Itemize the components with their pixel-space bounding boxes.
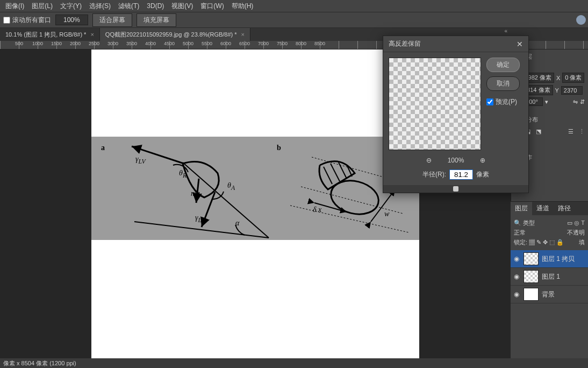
dialog-title: 高反差保留 [389,39,421,48]
fill-screen-button[interactable]: 填充屏幕 [137,13,176,27]
radius-slider[interactable] [383,185,528,193]
document-tab-2[interactable]: QQ截图20221015092959.jpg @ 23.8%(RGB/8#) *… [100,28,250,41]
align-right-icon[interactable]: ⬔ [536,128,541,135]
lock-label: 锁定: [514,239,527,245]
svg-line-9 [324,167,332,184]
ruler-mark: 4000 [145,41,156,46]
visibility-toggle-icon[interactable]: ◉ [514,291,520,298]
layer-filter-type[interactable]: 类型 [523,220,535,226]
ruler-mark: 5500 [202,41,212,46]
ruler-mark: 6000 [220,41,231,46]
zoom-out-icon[interactable]: ⊖ [426,157,432,164]
ok-button[interactable]: 确定 [486,58,520,72]
tab-2-label: QQ截图20221015092959.jpg @ 23.8%(RGB/8#) * [105,31,237,39]
zoom-value[interactable]: 100% [55,15,88,25]
x-field[interactable]: 0 像素 [562,73,584,83]
ruler-mark: 8000 [296,41,306,46]
dialog-close-icon[interactable]: ✕ [517,40,523,48]
svg-line-1 [183,162,269,238]
tab-1-label: 10.1% (图层 1 拷贝, RGB/8#) * [5,31,86,39]
svg-line-5 [290,206,408,232]
ruler-mark: 5000 [183,41,193,46]
blend-mode-select[interactable]: 正常 [514,229,526,237]
document-canvas: a γLV θR θA mg γLV α b [91,49,419,362]
user-avatar-icon[interactable] [576,15,586,25]
label-dx: δ x [313,206,321,214]
menu-layer[interactable]: 图层(L) [28,1,56,12]
tab-1-close-icon[interactable]: × [90,31,94,38]
layer-item-1[interactable]: ◉ 图层 1 拷贝 [511,250,588,268]
ruler-mark: 1500 [51,41,62,46]
radius-unit: 像素 [476,170,489,179]
menu-bar: 图像(I) 图层(L) 文字(Y) 选择(S) 滤镜(T) 3D(D) 视图(V… [0,0,588,12]
channels-tab[interactable]: 通道 [532,202,554,215]
menu-select[interactable]: 选择(S) [86,1,114,12]
tab-2-close-icon[interactable]: × [241,31,245,38]
svg-line-14 [371,189,395,222]
ruler-mark: 2500 [89,41,99,46]
opacity-label: 不透明 [567,229,585,237]
lock-icons[interactable]: ▦ ✎ ✥ ⬚ 🔒 [529,239,564,245]
menu-view[interactable]: 视图(V) [168,1,196,12]
svg-line-10 [331,164,340,181]
layer-item-3[interactable]: ◉ 背景 [511,286,588,303]
cancel-button[interactable]: 取消 [486,76,520,91]
scroll-all-input[interactable] [3,17,10,24]
dialog-preview[interactable] [389,58,481,150]
ruler-mark: 7500 [277,41,288,46]
dialog-zoom-value: 100% [448,157,464,164]
filter-icons[interactable]: ▭ ◎ T [567,220,585,227]
menu-image[interactable]: 图像(I) [2,1,27,12]
radius-input[interactable] [449,169,473,180]
scroll-all-checkbox[interactable]: 滚动所有窗口 [3,16,51,25]
scroll-all-label: 滚动所有窗口 [12,16,51,25]
label-glv1: γLV [135,155,146,165]
ruler-mark: 8500 [314,41,325,46]
layer-name: 图层 1 拷贝 [542,254,575,264]
layers-tab[interactable]: 图层 [511,202,532,215]
y-field[interactable]: 2370 [561,86,583,95]
svg-point-8 [327,176,382,219]
menu-3d[interactable]: 3D(D) [144,1,167,11]
ruler-mark: 4500 [164,41,175,46]
distribute-v-icon[interactable]: ⋮ [579,128,585,135]
label-mg: mg [191,189,200,198]
menu-filter[interactable]: 滤镜(T) [115,1,142,12]
menu-text[interactable]: 文字(Y) [57,1,85,12]
diagram-label-b: b [277,144,281,152]
layer-thumbnail[interactable] [524,252,539,265]
preview-checkbox-input[interactable] [486,98,493,105]
layer-thumbnail[interactable] [524,270,539,283]
flip-h-icon[interactable]: ⇋ [573,98,578,105]
dropdown-icon[interactable]: ▾ [545,98,548,105]
ruler-mark: 6500 [239,41,250,46]
ruler-mark: 1000 [32,41,43,46]
menu-window[interactable]: 窗口(W) [197,1,227,12]
visibility-toggle-icon[interactable]: ◉ [514,273,520,280]
ruler-mark: 2000 [70,41,81,46]
preview-checkbox[interactable]: 预览(P) [486,97,520,107]
radius-slider-thumb[interactable] [453,186,458,192]
layer-name: 图层 1 [542,272,560,281]
diagram-label-a: a [101,144,105,152]
panel-collapse-icon[interactable]: « [504,28,507,34]
fit-screen-button[interactable]: 适合屏幕 [92,13,132,27]
ruler-mark: 500 [15,41,23,46]
label-thetaR: θR [179,169,187,179]
layers-panel: 图层 通道 路径 🔍 类型 ▭ ◎ T 正常 不透明 锁定: ▦ ✎ ✥ ⬚ 🔒… [511,201,588,368]
zoom-in-icon[interactable]: ⊕ [480,157,485,164]
paths-tab[interactable]: 路径 [554,202,575,215]
distribute-h-icon[interactable]: ☰ [568,128,573,135]
fill-label: 填 [579,238,585,246]
menu-help[interactable]: 帮助(H) [228,1,257,12]
status-bar: 像素 x 8504 像素 (1200 ppi) [0,358,588,368]
layer-thumbnail[interactable] [524,288,539,301]
flip-v-icon[interactable]: ⇵ [580,98,585,105]
visibility-toggle-icon[interactable]: ◉ [514,255,520,263]
document-tab-1[interactable]: 10.1% (图层 1 拷贝, RGB/8#) * × [0,28,100,41]
y-label: Y [555,87,559,94]
radius-label: 半径(R): [422,170,446,179]
ruler-mark: 3000 [107,41,118,46]
high-pass-dialog: 高反差保留 ✕ 确定 取消 预览(P) ⊖ 100% ⊕ 半径(R): 像素 [383,36,529,193]
layer-item-2[interactable]: ◉ 图层 1 [511,268,588,286]
